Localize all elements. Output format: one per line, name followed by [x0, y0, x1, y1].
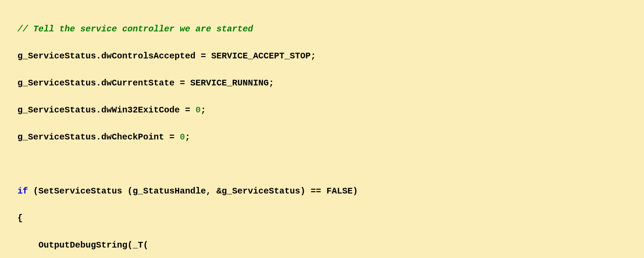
code-line: if (SetServiceStatus (g_StatusHandle, &g… — [17, 184, 627, 198]
if-keyword: if — [17, 186, 28, 196]
code-line: g_ServiceStatus.dwCheckPoint = 0; — [17, 130, 627, 144]
code-block: // Tell the service controller we are st… — [0, 0, 644, 258]
code-line: g_ServiceStatus.dwControlsAccepted = SER… — [17, 49, 627, 63]
code-line: OutputDebugString(_T( — [17, 238, 627, 252]
code-line: g_ServiceStatus.dwWin32ExitCode = 0; — [17, 103, 627, 117]
comment-line: // Tell the service controller we are st… — [17, 24, 253, 34]
code-line: g_ServiceStatus.dwCurrentState = SERVICE… — [17, 76, 627, 90]
brace-open: { — [17, 211, 627, 225]
